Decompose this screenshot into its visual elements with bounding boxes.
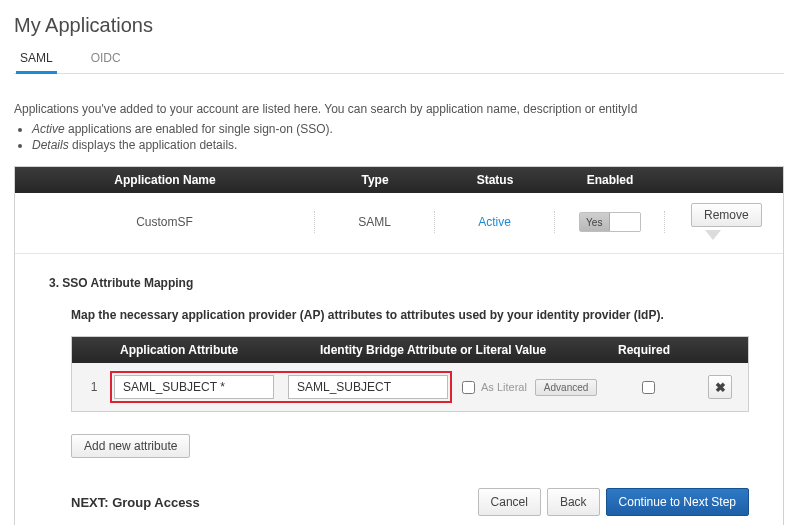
enabled-toggle[interactable]: Yes	[579, 212, 641, 232]
remove-button[interactable]: Remove	[691, 203, 762, 227]
attribute-row: 1 As Literal Advanced ✖	[72, 363, 748, 411]
cancel-button[interactable]: Cancel	[478, 488, 541, 516]
intro-line: Applications you've added to your accoun…	[14, 102, 784, 116]
attribute-table: Application Attribute Identity Bridge At…	[71, 336, 749, 412]
tab-oidc[interactable]: OIDC	[87, 45, 125, 73]
required-checkbox[interactable]	[642, 381, 655, 394]
tabs: SAML OIDC	[14, 45, 784, 74]
bridge-attribute-input[interactable]	[288, 375, 448, 399]
page-title: My Applications	[14, 14, 784, 37]
sso-attribute-mapping-section: 3. SSO Attribute Mapping Map the necessa…	[15, 254, 783, 525]
intro-bullet-details: Details displays the application details…	[32, 138, 784, 152]
th-application-attribute: Application Attribute	[110, 343, 310, 357]
enabled-toggle-on: Yes	[580, 213, 611, 231]
add-new-attribute-button[interactable]: Add new attribute	[71, 434, 190, 458]
as-literal-label: As Literal	[481, 381, 527, 393]
th-required: Required	[590, 343, 698, 357]
next-step-label: NEXT: Group Access	[71, 495, 200, 510]
th-status: Status	[435, 173, 555, 187]
step-description: Map the necessary application provider (…	[71, 308, 749, 322]
continue-button[interactable]: Continue to Next Step	[606, 488, 749, 516]
tab-saml[interactable]: SAML	[16, 45, 57, 73]
th-bridge-attribute: Identity Bridge Attribute or Literal Val…	[310, 343, 590, 357]
cell-type: SAML	[315, 211, 435, 233]
intro-bullet-details-rest: displays the application details.	[69, 138, 238, 152]
attribute-highlight	[110, 371, 452, 403]
cell-application-name: CustomSF	[15, 211, 315, 233]
applications-table-header: Application Name Type Status Enabled	[15, 167, 783, 193]
application-attribute-input[interactable]	[114, 375, 274, 399]
intro-bullet-details-em: Details	[32, 138, 69, 152]
attribute-row-index: 1	[78, 380, 110, 394]
th-enabled: Enabled	[555, 173, 665, 187]
th-type: Type	[315, 173, 435, 187]
attribute-table-header: Application Attribute Identity Bridge At…	[72, 337, 748, 363]
close-icon: ✖	[715, 380, 726, 395]
applications-panel: Application Name Type Status Enabled Cus…	[14, 166, 784, 525]
th-application-name: Application Name	[15, 173, 315, 187]
back-button[interactable]: Back	[547, 488, 600, 516]
intro-text: Applications you've added to your accoun…	[14, 102, 784, 152]
enabled-toggle-off	[610, 213, 640, 231]
expand-row-icon[interactable]	[705, 230, 721, 240]
as-literal-checkbox[interactable]	[462, 381, 475, 394]
step-title: 3. SSO Attribute Mapping	[49, 276, 749, 290]
advanced-button[interactable]: Advanced	[535, 379, 597, 396]
intro-bullet-active-rest: applications are enabled for single sign…	[65, 122, 333, 136]
delete-row-button[interactable]: ✖	[708, 375, 732, 399]
intro-bullet-active-em: Active	[32, 122, 65, 136]
intro-bullet-active: Active applications are enabled for sing…	[32, 122, 784, 136]
cell-status-link[interactable]: Active	[478, 215, 511, 229]
application-row[interactable]: CustomSF SAML Active Yes Remove	[15, 193, 783, 254]
